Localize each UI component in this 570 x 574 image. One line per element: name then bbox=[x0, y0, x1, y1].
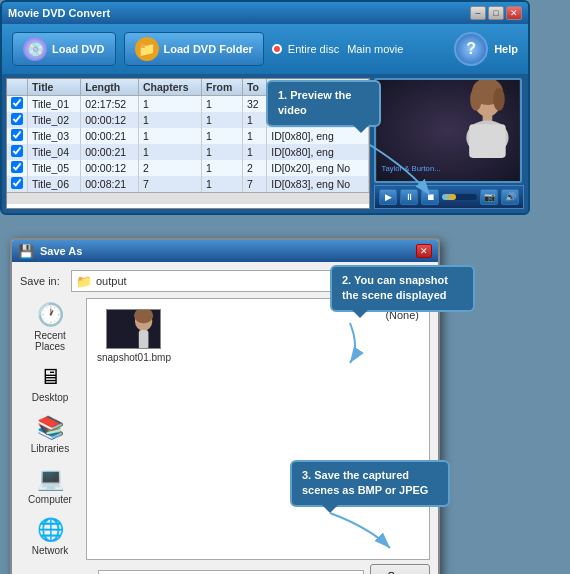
row-checkbox[interactable] bbox=[11, 177, 23, 189]
row-from: 1 bbox=[202, 144, 243, 160]
title-bar-buttons: – □ ✕ bbox=[470, 6, 522, 20]
row-from: 1 bbox=[202, 176, 243, 192]
file-thumbnail bbox=[106, 309, 161, 349]
entire-disc-label: Entire disc bbox=[288, 43, 339, 55]
nav-item-recent[interactable]: 🕐 Recent Places bbox=[22, 298, 78, 356]
maximize-button[interactable]: □ bbox=[488, 6, 504, 20]
load-dvd-label: Load DVD bbox=[52, 43, 105, 55]
tooltip-save-scenes: 3. Save the captured scenes as BMP or JP… bbox=[290, 460, 450, 507]
svg-point-3 bbox=[470, 88, 482, 111]
table-row[interactable]: Title_06 00:08:21 7 1 7 ID[0x83], eng No bbox=[7, 176, 369, 192]
row-audio: ID[0x83], eng No bbox=[267, 176, 369, 192]
recent-places-icon: 🕐 bbox=[37, 302, 64, 328]
filename-row: File name: bbox=[20, 570, 364, 574]
row-from: 1 bbox=[202, 112, 243, 128]
dialog-close-button[interactable]: ✕ bbox=[416, 244, 432, 258]
help-button[interactable]: ? bbox=[454, 32, 488, 66]
load-folder-button[interactable]: 📁 Load DVD Folder bbox=[124, 32, 264, 66]
help-label: Help bbox=[494, 43, 518, 55]
desktop-icon: 🖥 bbox=[39, 364, 61, 390]
row-checkbox[interactable] bbox=[11, 129, 23, 141]
play-button[interactable]: ▶ bbox=[379, 189, 397, 205]
row-chapters: 2 bbox=[138, 160, 201, 176]
entire-disc-radio[interactable]: Entire disc bbox=[272, 43, 339, 55]
close-button[interactable]: ✕ bbox=[506, 6, 522, 20]
title-bar: Movie DVD Convert – □ ✕ bbox=[2, 2, 528, 24]
row-chapters: 1 bbox=[138, 96, 201, 113]
dvd-icon: 💿 bbox=[23, 37, 47, 61]
app-window: Movie DVD Convert – □ ✕ 💿 Load DVD 📁 Loa… bbox=[0, 0, 530, 215]
nav-item-desktop[interactable]: 🖥 Desktop bbox=[22, 360, 78, 407]
volume-button[interactable]: 🔊 bbox=[501, 189, 519, 205]
radio-dot-icon bbox=[272, 44, 282, 54]
row-title: Title_02 bbox=[28, 112, 81, 128]
row-title: Title_01 bbox=[28, 96, 81, 113]
row-chapters: 1 bbox=[138, 128, 201, 144]
row-to: 2 bbox=[242, 160, 266, 176]
current-folder: output bbox=[96, 275, 127, 287]
snapshot-button[interactable]: 📷 bbox=[480, 189, 498, 205]
filename-input[interactable] bbox=[98, 570, 364, 574]
row-length: 02:17:52 bbox=[81, 96, 139, 113]
nav-item-libraries[interactable]: 📚 Libraries bbox=[22, 411, 78, 458]
dialog-main: 🕐 Recent Places 🖥 Desktop 📚 Libraries 💻 … bbox=[20, 298, 430, 560]
horizontal-scrollbar[interactable] bbox=[7, 192, 369, 204]
preview-panel: Taylor & Burton... ▶ ⏸ ⏹ 📷 🔊 bbox=[374, 78, 524, 209]
table-row[interactable]: Title_03 00:00:21 1 1 1 ID[0x80], eng bbox=[7, 128, 369, 144]
row-to: 1 bbox=[242, 128, 266, 144]
row-from: 1 bbox=[202, 128, 243, 144]
video-placeholder: Taylor & Burton... bbox=[376, 80, 520, 181]
tooltip-preview-video: 1. Preview the video bbox=[266, 80, 381, 127]
table-row[interactable]: Title_04 00:00:21 1 1 1 ID[0x80], eng bbox=[7, 144, 369, 160]
svg-text:Taylor & Burton...: Taylor & Burton... bbox=[382, 164, 441, 173]
row-to: 7 bbox=[242, 176, 266, 192]
row-audio: ID[0x80], eng bbox=[267, 144, 369, 160]
svg-rect-7 bbox=[469, 124, 506, 158]
folder-icon: 📁 bbox=[135, 37, 159, 61]
row-from: 1 bbox=[202, 160, 243, 176]
tooltip-snapshot: 2. You can snapshot the scene displayed bbox=[330, 265, 475, 312]
player-controls: ▶ ⏸ ⏹ 📷 🔊 bbox=[374, 185, 524, 209]
row-to: 1 bbox=[242, 144, 266, 160]
stop-button[interactable]: ⏹ bbox=[421, 189, 439, 205]
left-nav: 🕐 Recent Places 🖥 Desktop 📚 Libraries 💻 … bbox=[20, 298, 80, 560]
load-folder-label: Load DVD Folder bbox=[164, 43, 253, 55]
row-chapters: 7 bbox=[138, 176, 201, 192]
row-checkbox[interactable] bbox=[11, 161, 23, 173]
file-item-snapshot[interactable]: snapshot01.bmp bbox=[93, 305, 175, 367]
row-checkbox[interactable] bbox=[11, 145, 23, 157]
save-button[interactable]: Save bbox=[370, 564, 430, 574]
toolbar: 💿 Load DVD 📁 Load DVD Folder Entire disc… bbox=[2, 24, 528, 74]
minimize-button[interactable]: – bbox=[470, 6, 486, 20]
th-checkbox bbox=[7, 79, 28, 96]
table-row[interactable]: Title_05 00:00:12 2 1 2 ID[0x20], eng No bbox=[7, 160, 369, 176]
row-to: 32 bbox=[242, 96, 266, 113]
nav-item-network[interactable]: 🌐 Network bbox=[22, 513, 78, 560]
dialog-title: Save As bbox=[40, 245, 82, 257]
video-screen: Taylor & Burton... bbox=[374, 78, 522, 183]
app-title: Movie DVD Convert bbox=[8, 7, 110, 19]
th-to: To bbox=[242, 79, 266, 96]
file-area[interactable]: snapshot01.bmp (None) bbox=[86, 298, 430, 560]
row-checkbox[interactable] bbox=[11, 113, 23, 125]
th-from: From bbox=[202, 79, 243, 96]
nav-item-computer[interactable]: 💻 Computer bbox=[22, 462, 78, 509]
row-length: 00:08:21 bbox=[81, 176, 139, 192]
folder-display: 📁 output bbox=[71, 270, 348, 292]
th-title: Title bbox=[28, 79, 81, 96]
save-in-label: Save in: bbox=[20, 275, 65, 287]
load-dvd-button[interactable]: 💿 Load DVD bbox=[12, 32, 116, 66]
row-title: Title_03 bbox=[28, 128, 81, 144]
dialog-buttons: Save Cancel bbox=[370, 564, 430, 574]
row-checkbox[interactable] bbox=[11, 97, 23, 109]
th-length: Length bbox=[81, 79, 139, 96]
progress-bar[interactable] bbox=[442, 194, 477, 200]
th-chapters: Chapters bbox=[138, 79, 201, 96]
row-length: 00:00:12 bbox=[81, 112, 139, 128]
pause-button[interactable]: ⏸ bbox=[400, 189, 418, 205]
row-chapters: 1 bbox=[138, 144, 201, 160]
main-movie-radio[interactable]: Main movie bbox=[347, 43, 403, 55]
row-to: 1 bbox=[242, 112, 266, 128]
libraries-icon: 📚 bbox=[37, 415, 64, 441]
row-length: 00:00:21 bbox=[81, 128, 139, 144]
